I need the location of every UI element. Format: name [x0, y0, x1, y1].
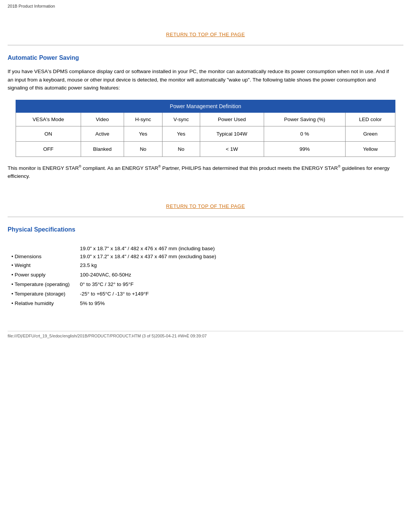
row-off-hsync: No — [124, 141, 162, 157]
row-off-video: Blanked — [81, 141, 124, 157]
phys-row-dimensions: • Dimensions 19.0" x 17.2" x 18.4" / 482… — [8, 252, 403, 260]
phys-value-temp-operating: 0° to 35°C / 32° to 95°F — [76, 280, 403, 289]
divider-top — [8, 45, 403, 45]
row-on-saving: 0 % — [264, 126, 345, 141]
energy-reg3: ® — [338, 165, 341, 168]
col-header-video: Video — [81, 112, 124, 126]
return-link-bottom-anchor[interactable]: RETURN TO TOP OF THE PAGE — [166, 203, 245, 209]
row-off-mode: OFF — [16, 141, 81, 157]
physical-specs-table: 19.0" x 18.7" x 18.4" / 482 x 476 x 467 … — [8, 244, 403, 308]
row-on-mode: ON — [16, 126, 81, 141]
energy-note-text1: This monitor is ENERGY STAR — [8, 165, 79, 171]
row-on-vsync: Yes — [162, 126, 200, 141]
row-off-led: Yellow — [346, 141, 395, 157]
automatic-power-saving-description: If you have VESA's DPMS compliance displ… — [8, 67, 395, 92]
physical-specifications-heading: Physical Specifications — [8, 226, 403, 233]
table-row-off: OFF Blanked No No < 1W 99% Yellow — [16, 141, 395, 157]
phys-row-dim-including: 19.0" x 18.7" x 18.4" / 482 x 476 x 467 … — [8, 244, 403, 252]
phys-row-power-supply: • Power supply 100-240VAC, 60-50Hz — [8, 270, 403, 280]
phys-label-weight: • Weight — [8, 260, 76, 270]
row-on-power: Typical 104W — [200, 126, 264, 141]
col-header-powerused: Power Used — [200, 112, 264, 126]
phys-value-dim-excluding: 19.0" x 17.2" x 18.4" / 482 x 437 x 467 … — [76, 252, 403, 260]
divider-bottom — [8, 217, 403, 217]
page-title: 201B Product Information — [8, 4, 403, 8]
automatic-power-saving-section: Automatic Power Saving If you have VESA'… — [8, 54, 403, 180]
col-header-hsync: H-sync — [124, 112, 162, 126]
row-off-vsync: No — [162, 141, 200, 157]
table-row-on: ON Active Yes Yes Typical 104W 0 % Green — [16, 126, 395, 141]
return-link-top[interactable]: RETURN TO TOP OF THE PAGE — [8, 31, 403, 37]
phys-label-dimensions: • Dimensions — [8, 252, 76, 260]
phys-row-humidity: • Relative humidity 5% to 95% — [8, 299, 403, 308]
energy-reg1: ® — [79, 165, 81, 168]
phys-value-power-supply: 100-240VAC, 60-50Hz — [76, 270, 403, 280]
phys-label-empty — [8, 244, 76, 252]
phys-value-humidity: 5% to 95% — [76, 299, 403, 308]
footer-text: file:///D|/EDFU/crt_19_5/edoc/english/20… — [8, 334, 207, 338]
return-link-top-anchor[interactable]: RETURN TO TOP OF THE PAGE — [166, 32, 245, 37]
automatic-power-saving-heading: Automatic Power Saving — [8, 54, 403, 61]
phys-label-humidity: • Relative humidity — [8, 299, 76, 308]
power-management-table: Power Management Definition VESA's Mode … — [16, 100, 395, 157]
energy-note: This monitor is ENERGY STAR® compliant. … — [8, 164, 395, 181]
energy-note-text2: compliant. As an ENERGY STAR — [81, 165, 158, 171]
table-title-row: Power Management Definition — [16, 100, 395, 112]
phys-value-weight: 23.5 kg — [76, 260, 403, 270]
phys-value-temp-storage: -25° to +65°C / -13° to +149°F — [76, 289, 403, 299]
phys-row-temp-operating: • Temperature (operating) 0° to 35°C / 3… — [8, 280, 403, 289]
row-off-saving: 99% — [264, 141, 345, 157]
phys-value-dim-including: 19.0" x 18.7" x 18.4" / 482 x 476 x 467 … — [76, 244, 403, 252]
table-column-headers: VESA's Mode Video H-sync V-sync Power Us… — [16, 112, 395, 126]
return-link-bottom[interactable]: RETURN TO TOP OF THE PAGE — [8, 203, 403, 209]
row-off-power: < 1W — [200, 141, 264, 157]
phys-label-temp-operating: • Temperature (operating) — [8, 280, 76, 289]
phys-label-power-supply: • Power supply — [8, 270, 76, 280]
table-title: Power Management Definition — [16, 100, 395, 112]
phys-row-temp-storage: • Temperature (storage) -25° to +65°C / … — [8, 289, 403, 299]
row-on-hsync: Yes — [124, 126, 162, 141]
row-on-video: Active — [81, 126, 124, 141]
phys-label-temp-storage: • Temperature (storage) — [8, 289, 76, 299]
row-on-led: Green — [346, 126, 395, 141]
energy-note-text3: Partner, PHILIPS has determined that thi… — [161, 165, 338, 171]
col-header-powersaving: Power Saving (%) — [264, 112, 345, 126]
col-header-vesasmode: VESA's Mode — [16, 112, 81, 126]
col-header-ledcolor: LED color — [346, 112, 395, 126]
physical-specifications-section: Physical Specifications 19.0" x 18.7" x … — [8, 226, 403, 308]
col-header-vsync: V-sync — [162, 112, 200, 126]
footer-bar: file:///D|/EDFU/crt_19_5/edoc/english/20… — [8, 331, 403, 338]
phys-row-weight: • Weight 23.5 kg — [8, 260, 403, 270]
